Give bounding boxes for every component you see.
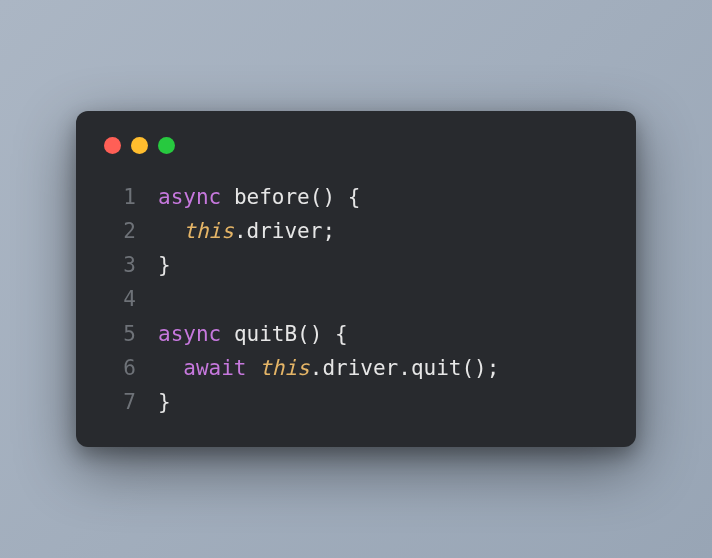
code-block: 1 async before() { 2 this.driver; 3 } 4 … <box>104 180 608 418</box>
line-number: 5 <box>104 317 136 351</box>
code-content: async quitB() { <box>158 317 348 351</box>
code-window: 1 async before() { 2 this.driver; 3 } 4 … <box>76 111 636 446</box>
code-line: 3 } <box>104 248 608 282</box>
code-content: } <box>158 248 171 282</box>
line-number: 2 <box>104 214 136 248</box>
code-line: 1 async before() { <box>104 180 608 214</box>
code-line: 2 this.driver; <box>104 214 608 248</box>
code-line: 7 } <box>104 385 608 419</box>
line-number: 4 <box>104 282 136 316</box>
code-line: 6 await this.driver.quit(); <box>104 351 608 385</box>
line-number: 1 <box>104 180 136 214</box>
code-content: await this.driver.quit(); <box>158 351 499 385</box>
code-line: 4 <box>104 282 608 316</box>
minimize-icon[interactable] <box>131 137 148 154</box>
close-icon[interactable] <box>104 137 121 154</box>
code-content: this.driver; <box>158 214 335 248</box>
titlebar <box>104 137 608 154</box>
code-content: async before() { <box>158 180 360 214</box>
line-number: 7 <box>104 385 136 419</box>
line-number: 6 <box>104 351 136 385</box>
code-content: } <box>158 385 171 419</box>
code-line: 5 async quitB() { <box>104 317 608 351</box>
line-number: 3 <box>104 248 136 282</box>
maximize-icon[interactable] <box>158 137 175 154</box>
